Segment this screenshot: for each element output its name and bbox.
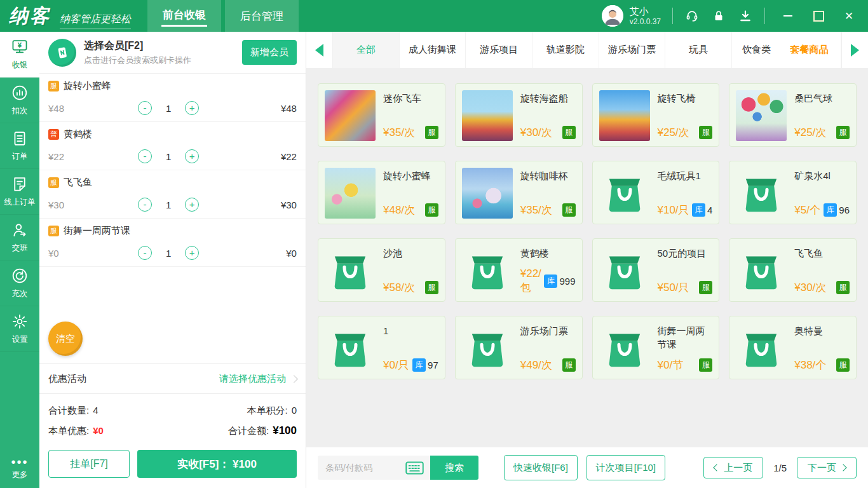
sidebar-item[interactable]: 充次 — [0, 261, 39, 306]
sidebar-item[interactable]: 订单 — [0, 123, 39, 169]
decrease-button[interactable] — [138, 246, 152, 260]
cart-item-qty: 1 — [166, 200, 171, 210]
category-tab[interactable]: 成人街舞课 — [400, 32, 466, 68]
chevron-right-icon — [290, 375, 298, 383]
product-tag-group: 服 — [425, 203, 438, 217]
category-tab[interactable]: 全部 — [333, 32, 400, 68]
category-tab[interactable]: 游乐项目 — [466, 32, 532, 68]
product-tag: 库 — [692, 203, 705, 217]
nav-tab[interactable]: 前台收银 — [147, 0, 221, 32]
barcode-input[interactable] — [325, 463, 405, 473]
increase-button[interactable] — [185, 198, 199, 212]
increase-button[interactable] — [185, 149, 199, 163]
category-tab[interactable]: 游乐场门票 — [599, 32, 666, 68]
sidebar-item[interactable]: ¥ 收银 — [0, 32, 39, 78]
shift-handover-icon — [11, 221, 29, 239]
product-card[interactable]: 黄鹤楼 ¥22/包 库 999 — [455, 238, 583, 302]
online-orders-icon — [11, 175, 29, 193]
product-card[interactable]: 旋转小蜜蜂 ¥48/次 服 — [318, 161, 445, 224]
member-card-icon[interactable] — [48, 39, 76, 67]
product-name: 50元的项目 — [658, 247, 713, 260]
increase-button[interactable] — [185, 101, 199, 115]
sidebar-item[interactable]: 交班 — [0, 215, 39, 261]
cart-item-qty: 1 — [166, 248, 171, 259]
product-tag-group: 服 — [699, 281, 712, 294]
product-card[interactable]: 飞飞鱼 ¥30/次 服 — [729, 238, 857, 302]
product-card[interactable]: 游乐场门票 ¥49/次 服 — [455, 316, 583, 379]
summary-row: 合计数量:4 本单积分:0 — [48, 400, 297, 421]
product-info: 飞飞鱼 ¥30/次 服 — [794, 245, 850, 295]
clear-cart-button[interactable]: 清空 — [48, 322, 83, 356]
triangle-left-icon — [315, 44, 323, 57]
count-deduct-icon — [11, 84, 29, 102]
user-profile[interactable]: 艾小 v2.0.0.37 — [602, 5, 661, 27]
customer-service-icon[interactable] — [684, 8, 700, 24]
cart-item-price: ¥0 — [48, 248, 107, 259]
promo-link-text: 请选择优惠活动 — [219, 373, 286, 385]
download-icon[interactable] — [738, 8, 753, 24]
add-member-button[interactable]: 新增会员 — [242, 40, 297, 65]
keyboard-icon[interactable] — [405, 461, 424, 475]
quick-cashier-button[interactable]: 快速收银[F6] — [504, 455, 578, 480]
select-promo-link[interactable]: 请选择优惠活动 — [219, 373, 297, 385]
product-card[interactable]: 1 ¥0/只 库 97 — [318, 316, 445, 379]
product-tag: 服 — [699, 126, 712, 139]
category-tab[interactable]: 玩具 — [665, 32, 732, 68]
product-card[interactable]: 奥特曼 ¥38/个 服 — [729, 316, 857, 379]
sidebar-item[interactable]: 设置 — [0, 306, 39, 352]
cart-item-name: 飞飞鱼 — [64, 177, 92, 189]
product-tag-group: 库 999 — [544, 274, 575, 288]
product-card[interactable]: 50元的项目 ¥50/只 服 — [592, 238, 720, 302]
pagination: 上一页 1/5 下一页 — [703, 457, 857, 478]
count-item-button[interactable]: 计次项目[F10] — [587, 455, 665, 480]
product-tag: 库 — [544, 274, 557, 288]
product-tag: 服 — [836, 358, 850, 372]
nav-tab[interactable]: 后台管理 — [225, 0, 299, 32]
product-card[interactable]: 矿泉水4l ¥5/个 库 96 — [729, 161, 857, 224]
next-page-button[interactable]: 下一页 — [797, 457, 857, 478]
minimize-button[interactable] — [780, 8, 796, 24]
next-page-label: 下一页 — [808, 462, 836, 474]
prev-page-button[interactable]: 上一页 — [703, 457, 763, 478]
product-card[interactable]: 毛绒玩具1 ¥10/只 库 4 — [592, 161, 720, 224]
decrease-button[interactable] — [138, 149, 152, 163]
cart-item: 普 黄鹤楼 ¥22 1 ¥22 — [39, 122, 306, 170]
increase-button[interactable] — [185, 246, 199, 260]
category-tab[interactable]: 饮食类 — [732, 32, 778, 68]
product-card[interactable]: 街舞一周两节课 ¥0/节 服 — [592, 316, 720, 379]
pay-button[interactable]: 实收[F5]： ¥100 — [137, 450, 297, 478]
category-tab[interactable]: 套餐商品 — [778, 32, 841, 68]
cart-footer: 挂单[F7] 实收[F5]： ¥100 — [39, 444, 306, 488]
sidebar-item[interactable]: 线上订单 — [0, 169, 39, 215]
product-card[interactable]: 迷你飞车 ¥35/次 服 — [318, 83, 445, 147]
decrease-button[interactable] — [138, 101, 152, 115]
category-scroll-right-button[interactable] — [841, 32, 868, 68]
product-card[interactable]: 沙池 ¥58/次 服 — [318, 238, 445, 302]
hold-order-button[interactable]: 挂单[F7] — [48, 450, 130, 478]
product-price: ¥25/次 — [658, 125, 689, 140]
shopping-bag-icon — [738, 248, 784, 294]
category-tab[interactable]: 轨道影院 — [532, 32, 599, 68]
chevron-left-icon — [713, 464, 720, 471]
product-card[interactable]: 桑巴气球 ¥25/次 服 — [729, 83, 857, 147]
sidebar-item[interactable]: 扣次 — [0, 78, 39, 123]
category-scroll-left-button[interactable] — [306, 32, 333, 68]
product-card[interactable]: 旋转飞椅 ¥25/次 服 — [592, 83, 720, 147]
search-button[interactable]: 搜索 — [430, 456, 478, 480]
maximize-button[interactable] — [811, 8, 826, 24]
product-bottom: ¥30/次 服 — [794, 280, 850, 295]
lock-icon[interactable] — [711, 8, 726, 24]
product-tag-group: 服 — [699, 358, 712, 372]
product-info: 迷你飞车 ¥35/次 服 — [383, 90, 438, 140]
close-button[interactable] — [841, 8, 857, 24]
category-tab-label: 游乐项目 — [480, 44, 518, 56]
product-image — [462, 245, 513, 296]
sidebar-more-button[interactable]: 更多 — [0, 456, 39, 488]
product-card[interactable]: 旋转海盗船 ¥30/次 服 — [455, 83, 583, 147]
select-member-title[interactable]: 选择会员[F2] — [84, 39, 191, 53]
product-card[interactable]: 旋转咖啡杯 ¥35/次 服 — [455, 161, 583, 224]
decrease-button[interactable] — [138, 198, 152, 212]
shopping-bag-icon — [465, 248, 510, 294]
cart-item-header: 服 飞飞鱼 — [48, 177, 297, 189]
shopping-bag-icon — [602, 248, 648, 294]
